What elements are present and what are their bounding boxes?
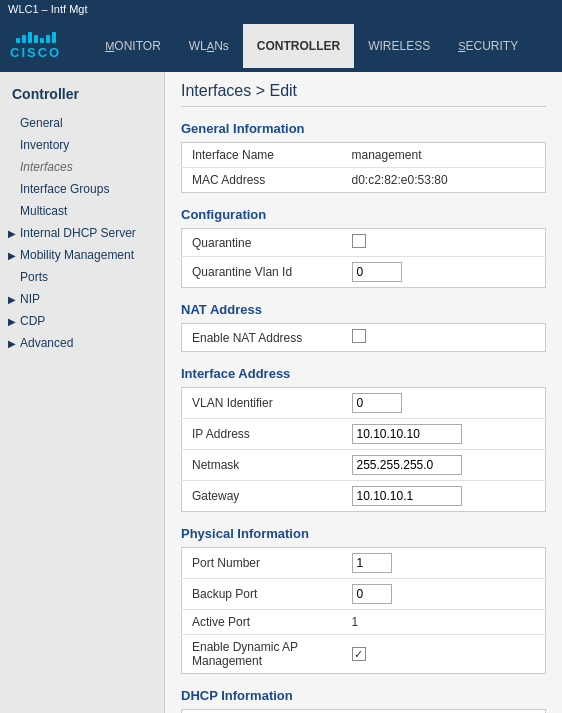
sidebar-item-interfaces[interactable]: Interfaces [0, 156, 164, 178]
label-port-number: Port Number [182, 548, 342, 579]
arrow-icon: ▶ [8, 228, 16, 239]
logo-text: CISCO [10, 45, 61, 60]
table-row: Active Port 1 [182, 610, 546, 635]
tab-controller[interactable]: CONTROLLER [243, 24, 354, 68]
value-active-port: 1 [342, 610, 546, 635]
value-mac-address: d0:c2:82:e0:53:80 [342, 168, 546, 193]
table-row: VLAN Identifier [182, 388, 546, 419]
table-row: Quarantine [182, 229, 546, 257]
nat-table: Enable NAT Address [181, 323, 546, 352]
logo-bar [22, 35, 26, 43]
page-title: Interfaces > Edit [181, 82, 546, 107]
physical-table: Port Number Backup Port Active Port 1 En… [181, 547, 546, 674]
table-row: Netmask [182, 450, 546, 481]
sidebar-item-cdp[interactable]: ▶ CDP [0, 310, 164, 332]
logo-bar [28, 32, 32, 43]
section-general-info: General Information [181, 121, 546, 136]
nat-checkbox[interactable] [352, 329, 366, 343]
section-interface-address: Interface Address [181, 366, 546, 381]
table-row: Gateway [182, 481, 546, 512]
table-row: Port Number [182, 548, 546, 579]
backup-port-input[interactable] [352, 584, 392, 604]
value-quarantine [342, 229, 546, 257]
title-bar: WLC1 – Intf Mgt [0, 0, 562, 20]
main-layout: Controller General Inventory Interfaces … [0, 72, 562, 713]
label-netmask: Netmask [182, 450, 342, 481]
label-backup-port: Backup Port [182, 579, 342, 610]
table-row: Primary DHCP Server [182, 710, 546, 714]
arrow-icon: ▶ [8, 316, 16, 327]
sidebar-item-interface-groups[interactable]: Interface Groups [0, 178, 164, 200]
gateway-input[interactable] [352, 486, 462, 506]
logo-bar [46, 35, 50, 43]
value-interface-name: management [342, 143, 546, 168]
port-number-input[interactable] [352, 553, 392, 573]
sidebar-title: Controller [0, 80, 164, 112]
label-primary-dhcp: Primary DHCP Server [182, 710, 342, 714]
arrow-icon: ▶ [8, 250, 16, 261]
logo-bar [34, 35, 38, 43]
value-quarantine-vlan [342, 257, 546, 288]
sidebar-item-inventory[interactable]: Inventory [0, 134, 164, 156]
section-nat: NAT Address [181, 302, 546, 317]
value-netmask [342, 450, 546, 481]
logo: CISCO [10, 32, 61, 60]
table-row: MAC Address d0:c2:82:e0:53:80 [182, 168, 546, 193]
quarantine-checkbox[interactable] [352, 234, 366, 248]
sidebar-item-nip[interactable]: ▶ NIP [0, 288, 164, 310]
table-row: IP Address [182, 419, 546, 450]
vlan-id-input[interactable] [352, 393, 402, 413]
label-mac-address: MAC Address [182, 168, 342, 193]
dynamic-ap-checkbox[interactable] [352, 647, 366, 661]
tab-security[interactable]: SECURITY [444, 24, 532, 68]
section-configuration: Configuration [181, 207, 546, 222]
header: CISCO MONITOR WLANs CONTROLLER WIRELESS … [0, 20, 562, 72]
quarantine-vlan-input[interactable] [352, 262, 402, 282]
interface-address-table: VLAN Identifier IP Address Netmask Gatew… [181, 387, 546, 512]
label-vlan-id: VLAN Identifier [182, 388, 342, 419]
section-dhcp: DHCP Information [181, 688, 546, 703]
sidebar-item-multicast[interactable]: Multicast [0, 200, 164, 222]
label-interface-name: Interface Name [182, 143, 342, 168]
label-quarantine-vlan: Quarantine Vlan Id [182, 257, 342, 288]
logo-bars [16, 32, 56, 43]
value-port-number [342, 548, 546, 579]
table-row: Quarantine Vlan Id [182, 257, 546, 288]
netmask-input[interactable] [352, 455, 462, 475]
value-enable-nat [342, 324, 546, 352]
sidebar-item-internal-dhcp[interactable]: ▶ Internal DHCP Server [0, 222, 164, 244]
tab-monitor[interactable]: MONITOR [91, 24, 175, 68]
logo-bar [40, 38, 44, 43]
dhcp-table: Primary DHCP Server [181, 709, 546, 713]
arrow-icon: ▶ [8, 294, 16, 305]
general-info-table: Interface Name management MAC Address d0… [181, 142, 546, 193]
label-enable-dynamic-ap: Enable Dynamic APManagement [182, 635, 342, 674]
logo-bar [52, 32, 56, 43]
logo-bar [16, 38, 20, 43]
tab-wireless[interactable]: WIRELESS [354, 24, 444, 68]
sidebar-item-mobility[interactable]: ▶ Mobility Management [0, 244, 164, 266]
label-active-port: Active Port [182, 610, 342, 635]
value-ip-address [342, 419, 546, 450]
table-row: Enable Dynamic APManagement [182, 635, 546, 674]
section-physical: Physical Information [181, 526, 546, 541]
sidebar: Controller General Inventory Interfaces … [0, 72, 165, 713]
value-vlan-id [342, 388, 546, 419]
value-primary-dhcp [342, 710, 546, 714]
ip-address-input[interactable] [352, 424, 462, 444]
label-gateway: Gateway [182, 481, 342, 512]
arrow-icon: ▶ [8, 338, 16, 349]
label-ip-address: IP Address [182, 419, 342, 450]
sidebar-item-general[interactable]: General [0, 112, 164, 134]
configuration-table: Quarantine Quarantine Vlan Id [181, 228, 546, 288]
sidebar-item-ports[interactable]: Ports [0, 266, 164, 288]
table-row: Backup Port [182, 579, 546, 610]
value-enable-dynamic-ap [342, 635, 546, 674]
nav-tabs: MONITOR WLANs CONTROLLER WIRELESS SECURI… [91, 24, 552, 68]
value-gateway [342, 481, 546, 512]
table-row: Enable NAT Address [182, 324, 546, 352]
tab-wlans[interactable]: WLANs [175, 24, 243, 68]
title-text: WLC1 – Intf Mgt [8, 3, 87, 15]
sidebar-item-advanced[interactable]: ▶ Advanced [0, 332, 164, 354]
label-quarantine: Quarantine [182, 229, 342, 257]
